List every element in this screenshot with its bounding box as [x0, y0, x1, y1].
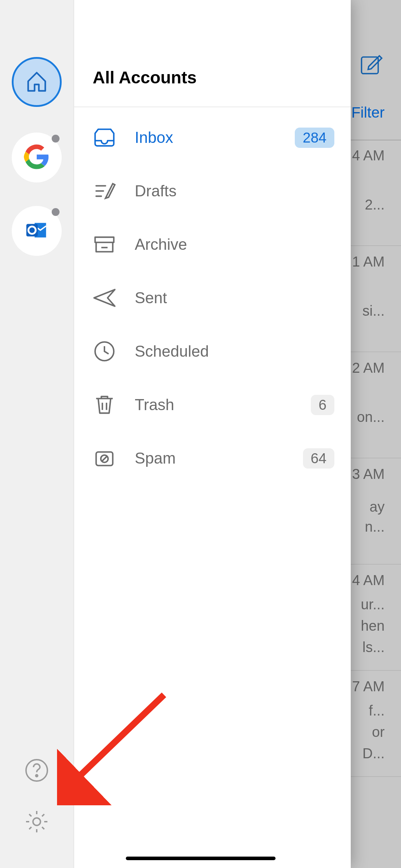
folder-label: Trash: [118, 396, 311, 414]
folder-label: Archive: [118, 236, 334, 253]
drawer-title: All Accounts: [93, 68, 332, 87]
email-time: 3 AM: [352, 466, 385, 482]
folder-drafts[interactable]: Drafts: [74, 164, 351, 218]
spam-count-badge: 64: [303, 448, 335, 469]
filter-link[interactable]: Filter: [351, 104, 385, 121]
trash-count-badge: 6: [311, 395, 334, 415]
status-dot-icon: [52, 135, 60, 143]
folder-spam[interactable]: Spam 64: [74, 432, 351, 485]
email-time: 1 AM: [352, 254, 385, 270]
svg-rect-7: [95, 237, 114, 243]
spam-icon: [91, 444, 118, 472]
svg-point-6: [33, 818, 41, 826]
folder-label: Drafts: [118, 182, 334, 200]
email-snippet: si...: [363, 303, 385, 319]
folder-label: Spam: [118, 449, 303, 467]
folder-panel: All Accounts Inbox 284: [73, 0, 351, 868]
drafts-icon: [91, 177, 118, 205]
status-dot-icon: [52, 208, 60, 216]
home-indicator[interactable]: [126, 857, 276, 860]
email-snippet: hen: [361, 618, 385, 634]
folder-trash[interactable]: Trash 6: [74, 378, 351, 432]
folder-panel-header: All Accounts: [74, 0, 351, 107]
svg-point-5: [36, 775, 37, 776]
folder-label: Sent: [118, 289, 334, 307]
archive-icon: [91, 231, 118, 258]
compose-button[interactable]: [357, 50, 385, 78]
account-outlook[interactable]: [12, 206, 62, 256]
trash-icon: [91, 391, 118, 419]
inbox-icon: [91, 124, 118, 151]
email-time: 4 AM: [352, 148, 385, 164]
settings-button[interactable]: [24, 810, 50, 835]
inbox-count-badge: 284: [295, 128, 334, 148]
email-snippet: n...: [365, 519, 385, 535]
email-snippet: D...: [363, 745, 385, 761]
email-snippet: or: [372, 724, 385, 740]
folder-label: Inbox: [118, 129, 295, 146]
home-icon: [24, 68, 50, 95]
gear-icon: [24, 809, 50, 836]
folder-list: Inbox 284 Drafts: [74, 107, 351, 489]
account-google[interactable]: [12, 133, 62, 182]
navigation-drawer: All Accounts Inbox 284: [0, 0, 351, 868]
email-snippet: ls...: [363, 639, 385, 655]
clock-icon: [91, 337, 118, 365]
help-icon: [24, 758, 50, 785]
email-snippet: ay: [370, 499, 385, 515]
sent-icon: [91, 284, 118, 312]
email-snippet: f...: [369, 703, 385, 719]
folder-inbox[interactable]: Inbox 284: [74, 111, 351, 164]
email-snippet: ur...: [361, 596, 385, 613]
folder-archive[interactable]: Archive: [74, 218, 351, 271]
email-time: 4 AM: [352, 572, 385, 588]
google-icon: [24, 144, 50, 171]
email-time: 7 AM: [352, 678, 385, 694]
email-snippet: on...: [357, 409, 385, 425]
account-home[interactable]: [12, 57, 62, 107]
folder-sent[interactable]: Sent: [74, 271, 351, 325]
email-time: 2 AM: [352, 360, 385, 376]
outlook-icon: [24, 218, 49, 244]
accounts-rail: [0, 0, 73, 868]
help-button[interactable]: [24, 758, 50, 784]
folder-label: Scheduled: [118, 342, 334, 360]
email-snippet: 2...: [365, 197, 385, 213]
folder-scheduled[interactable]: Scheduled: [74, 325, 351, 378]
